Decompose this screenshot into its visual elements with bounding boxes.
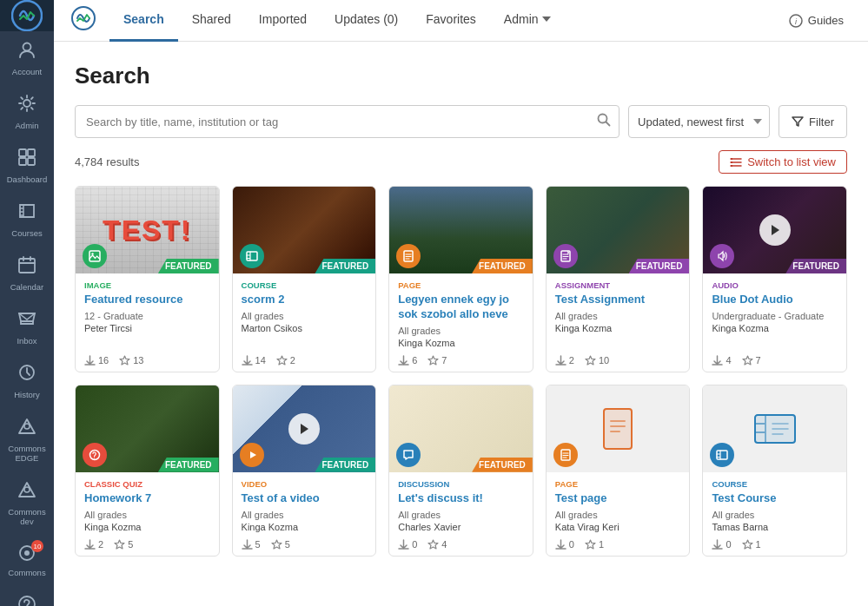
card-title[interactable]: Test page <box>555 491 681 506</box>
sidebar-item-inbox[interactable]: Inbox <box>0 300 54 354</box>
download-count: 0 <box>569 539 574 550</box>
download-icon <box>712 539 723 550</box>
card-downloads: 2 <box>84 539 103 550</box>
card-thumbnail: FEATURED <box>233 385 376 472</box>
card-title[interactable]: Homework 7 <box>84 491 210 506</box>
card-body: VIDEO Test of a video All grades Kinga K… <box>233 472 376 556</box>
tab-admin[interactable]: Admin <box>490 0 565 42</box>
card[interactable]: FEATURED CLASSIC QUIZ Homework 7 All gra… <box>75 385 220 557</box>
card-title[interactable]: Legyen ennek egy jo sok szobol allo neve <box>398 293 524 322</box>
download-icon <box>398 355 409 366</box>
card[interactable]: FEATURED PAGE Legyen ennek egy jo sok sz… <box>388 186 533 372</box>
card-author: Tamas Barna <box>712 522 838 532</box>
tab-updates[interactable]: Updates (0) <box>321 0 412 42</box>
sidebar-item-courses[interactable]: Courses <box>0 193 54 247</box>
card-author: Charles Xavier <box>398 522 524 532</box>
card-stats: 2 5 <box>84 536 210 550</box>
svg-rect-21 <box>731 158 732 160</box>
card-type-label: ASSIGNMENT <box>555 280 681 290</box>
card-stars: 2 <box>276 355 295 366</box>
svg-marker-33 <box>250 451 256 458</box>
download-icon <box>242 539 253 550</box>
download-count: 14 <box>255 355 266 366</box>
main-area: Search Shared Imported Updates (0) Favor… <box>54 0 868 606</box>
sidebar-item-label: Inbox <box>17 336 36 346</box>
card-downloads: 2 <box>555 355 574 366</box>
sidebar-item-commons-dev[interactable]: Commons dev <box>0 471 54 535</box>
svg-marker-9 <box>19 419 35 433</box>
sidebar-item-account[interactable]: Account <box>0 31 54 85</box>
download-icon <box>84 539 96 550</box>
star-icon <box>742 539 753 550</box>
list-view-label: Switch to list view <box>747 155 836 168</box>
svg-rect-22 <box>731 161 732 163</box>
topnav-logo[interactable] <box>71 6 96 36</box>
card[interactable]: COURSE Test Course All grades Tamas Barn… <box>702 385 847 557</box>
guides-button[interactable]: i Guides <box>782 10 851 31</box>
card[interactable]: FEATURED AUDIO Blue Dot Audio Undergradu… <box>702 186 847 372</box>
card-thumbnail <box>547 385 690 472</box>
tab-imported[interactable]: Imported <box>245 0 321 42</box>
card-author: Kinga Kozma <box>712 323 838 333</box>
card-stats: 4 7 <box>712 352 838 366</box>
sidebar-logo[interactable] <box>0 0 54 31</box>
svg-marker-32 <box>301 424 308 434</box>
download-icon <box>555 539 567 550</box>
sidebar-item-commons-edge[interactable]: Commons EDGE <box>0 408 54 471</box>
dashboard-icon <box>17 148 36 171</box>
download-count: 0 <box>726 539 731 550</box>
sidebar-item-commons[interactable]: 10 Commons <box>0 535 54 586</box>
card-title[interactable]: Let's discuss it! <box>398 491 524 506</box>
card-type-label: IMAGE <box>84 280 210 290</box>
inbox-icon <box>17 309 36 333</box>
card-body: PAGE Legyen ennek egy jo sok szobol allo… <box>389 273 533 372</box>
tab-favorites[interactable]: Favorites <box>412 0 490 42</box>
card-title[interactable]: Blue Dot Audio <box>712 293 838 307</box>
card-title[interactable]: Test Course <box>712 491 838 506</box>
card-type-icon <box>396 244 421 268</box>
sidebar-item-history[interactable]: History <box>0 354 54 408</box>
svg-point-25 <box>91 253 93 254</box>
card-grade: All grades <box>555 311 681 321</box>
tab-shared[interactable]: Shared <box>178 0 245 42</box>
card[interactable]: PAGE Test page All grades Kata Virag Ker… <box>546 385 691 557</box>
courses-icon <box>17 201 36 225</box>
sidebar-item-calendar[interactable]: Calendar <box>0 247 54 300</box>
card-title[interactable]: Test Assignment <box>555 293 681 307</box>
content-area: Search Updated, newest first Updated, ol… <box>54 42 868 606</box>
card[interactable]: FEATURED ASSIGNMENT Test Assignment All … <box>546 186 691 372</box>
card-thumbnail: FEATURED <box>233 187 376 273</box>
card[interactable]: FEATURED DISCUSSION Let's discuss it! Al… <box>388 385 533 557</box>
sidebar-item-admin[interactable]: Admin <box>0 85 54 139</box>
tab-search[interactable]: Search <box>109 0 178 42</box>
card[interactable]: FEATURED VIDEO Test of a video All grade… <box>232 385 377 557</box>
play-button[interactable] <box>288 413 320 445</box>
featured-badge: FEATURED <box>315 458 375 472</box>
card[interactable]: TEST! FEATURED IMAGE Featured resource 1… <box>75 186 220 372</box>
svg-point-10 <box>24 424 30 429</box>
sidebar-item-dashboard[interactable]: Dashboard <box>0 139 54 193</box>
sort-select[interactable]: Updated, newest first Updated, oldest fi… <box>628 105 770 138</box>
card-title[interactable]: Test of a video <box>242 491 368 506</box>
download-icon <box>712 355 723 366</box>
svg-rect-39 <box>717 451 727 459</box>
card-stars: 10 <box>585 355 609 366</box>
svg-point-31 <box>94 458 95 458</box>
star-count: 7 <box>441 355 447 366</box>
card-title[interactable]: scorm 2 <box>242 293 368 307</box>
card-downloads: 16 <box>84 355 109 366</box>
card-body: COURSE Test Course All grades Tamas Barn… <box>703 472 846 556</box>
featured-badge: FEATURED <box>785 259 846 273</box>
star-icon <box>742 355 753 366</box>
filter-button[interactable]: Filter <box>779 105 847 138</box>
card-type-label: DISCUSSION <box>398 479 524 489</box>
card-stars: 13 <box>119 355 143 366</box>
search-input[interactable] <box>75 105 620 138</box>
sidebar-item-help[interactable]: Help <box>0 586 54 606</box>
play-button[interactable] <box>759 214 791 246</box>
list-view-button[interactable]: Switch to list view <box>719 150 847 174</box>
card[interactable]: FEATURED COURSE scorm 2 All grades Marto… <box>232 186 377 372</box>
search-icon[interactable] <box>597 113 611 130</box>
card-title[interactable]: Featured resource <box>84 293 210 307</box>
featured-badge: FEATURED <box>472 259 533 273</box>
